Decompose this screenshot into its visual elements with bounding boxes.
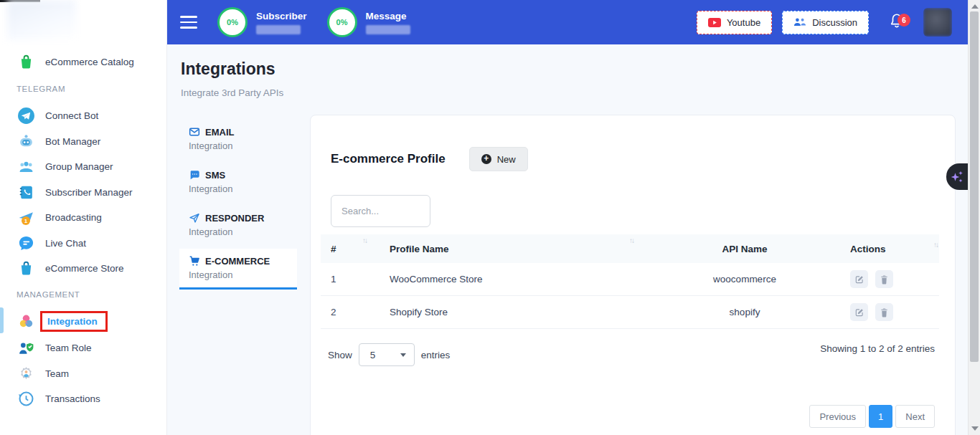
subscriber-stat-value-redacted xyxy=(256,25,301,34)
table-row: 2 Shopify Store shopify xyxy=(321,296,939,329)
discussion-button[interactable]: Discussion xyxy=(782,11,869,34)
api-name-cell: woocommerce xyxy=(713,274,776,285)
edit-button[interactable] xyxy=(850,270,868,288)
page-title: Integrations xyxy=(181,59,275,79)
tab-subtitle: Integration xyxy=(189,269,288,280)
user-avatar[interactable] xyxy=(923,8,952,37)
page-1-button[interactable]: 1 xyxy=(869,405,892,428)
tab-sms-integration[interactable]: SMS Integration xyxy=(179,163,297,201)
tab-subtitle: Integration xyxy=(189,140,288,151)
column-header-api-name[interactable]: API Name xyxy=(639,244,850,254)
tab-email-integration[interactable]: EMAIL Integration xyxy=(179,120,297,158)
message-stat-label: Message xyxy=(366,11,410,21)
tab-subtitle: Integration xyxy=(189,226,288,237)
ecommerce-cart-icon xyxy=(189,255,200,267)
sidebar-item-label: Subscriber Manager xyxy=(45,187,133,198)
previous-page-button[interactable]: Previous xyxy=(809,405,866,428)
next-page-button[interactable]: Next xyxy=(895,405,935,428)
sidebar-item-label: Integration xyxy=(47,316,98,327)
trash-icon xyxy=(880,274,889,285)
sidebar: eCommerce Catalog TELEGRAM Connect Bot B… xyxy=(0,0,167,435)
robot-icon xyxy=(17,133,35,150)
new-button-label: New xyxy=(497,154,516,165)
profiles-table: # ↑↓ Profile Name ↑↓ API Name Actions ↑↓… xyxy=(321,234,939,329)
tab-title: RESPONDER xyxy=(205,213,264,224)
tab-title: E-COMMERCE xyxy=(205,256,270,267)
tab-responder-integration[interactable]: RESPONDER Integration xyxy=(179,206,297,244)
sidebar-item-integration[interactable]: Integration xyxy=(0,309,167,333)
sidebar-item-label: eCommerce Catalog xyxy=(45,57,134,67)
store-bag-icon xyxy=(17,259,35,277)
sidebar-item-connect-bot[interactable]: Connect Bot xyxy=(0,106,167,125)
sidebar-item-group-manager[interactable]: Group Manager xyxy=(0,157,167,176)
tab-title: EMAIL xyxy=(205,127,234,138)
app-logo xyxy=(7,0,76,40)
sidebar-item-live-chat[interactable]: Live Chat xyxy=(0,234,167,253)
sidebar-section-management: MANAGEMENT xyxy=(0,290,167,299)
scroll-up-icon[interactable] xyxy=(971,4,979,9)
entries-select-value: 5 xyxy=(370,350,376,360)
sidebar-item-bot-manager[interactable]: Bot Manager xyxy=(0,132,167,151)
message-stat: 0% Message xyxy=(327,7,410,37)
column-header-num[interactable]: # ↑↓ xyxy=(321,234,372,263)
menu-toggle-icon[interactable] xyxy=(180,16,197,29)
column-header-profile-name[interactable]: Profile Name ↑↓ xyxy=(372,234,639,263)
scrollbar-thumb[interactable] xyxy=(970,11,979,362)
discussion-button-label: Discussion xyxy=(812,17,857,28)
top-header: 0% Subscriber 0% Message Youtube Discuss… xyxy=(167,0,968,44)
sidebar-item-team[interactable]: Team xyxy=(0,364,167,383)
sidebar-item-label: Transactions xyxy=(45,393,100,404)
edit-button[interactable] xyxy=(850,303,868,321)
edit-icon xyxy=(854,274,864,285)
integration-subnav: EMAIL Integration SMS Integration RESPON… xyxy=(179,120,297,294)
subscriber-stat-label: Subscriber xyxy=(256,11,307,21)
sidebar-item-transactions[interactable]: Transactions xyxy=(0,389,167,408)
entries-select[interactable]: 5 xyxy=(359,343,415,366)
telegram-icon xyxy=(17,107,35,125)
card-title: E-commerce Profile xyxy=(331,152,446,166)
sidebar-item-ecommerce-store[interactable]: eCommerce Store xyxy=(0,259,167,278)
active-indicator xyxy=(0,307,4,333)
row-number: 2 xyxy=(331,307,336,317)
sort-icon[interactable]: ↑↓ xyxy=(933,239,938,249)
sidebar-item-label: Group Manager xyxy=(45,161,113,172)
integration-icon xyxy=(17,312,35,330)
chat-icon xyxy=(17,234,35,252)
youtube-button[interactable]: Youtube xyxy=(697,11,772,34)
ai-assistant-button[interactable] xyxy=(946,163,968,190)
edit-icon xyxy=(854,307,864,317)
delete-button[interactable] xyxy=(875,303,893,321)
sidebar-item-subscriber-manager[interactable]: Subscriber Manager xyxy=(0,183,167,202)
subscriber-stat: 0% Subscriber xyxy=(217,7,307,37)
scroll-down-icon[interactable] xyxy=(971,426,979,431)
new-profile-button[interactable]: + New xyxy=(469,147,528,171)
notifications-button[interactable]: 6 xyxy=(889,12,905,32)
search-input[interactable] xyxy=(331,195,430,227)
annotation-box: Integration xyxy=(40,311,108,332)
team-role-icon xyxy=(17,339,35,357)
entries-label: entries xyxy=(421,350,451,360)
column-header-actions[interactable]: Actions ↑↓ xyxy=(850,234,939,263)
message-stat-value-redacted xyxy=(366,25,410,34)
tab-subtitle: Integration xyxy=(189,183,288,194)
sort-icon[interactable]: ↑↓ xyxy=(362,234,367,244)
show-label: Show xyxy=(328,350,352,360)
contacts-icon xyxy=(17,183,35,201)
row-number: 1 xyxy=(331,274,336,285)
table-header-row: # ↑↓ Profile Name ↑↓ API Name Actions ↑↓ xyxy=(321,234,939,263)
sidebar-item-ecommerce-catalog[interactable]: eCommerce Catalog xyxy=(0,52,167,72)
shopping-bag-icon xyxy=(17,53,35,71)
discussion-users-icon xyxy=(793,17,806,27)
sort-icon[interactable]: ↑↓ xyxy=(629,234,633,244)
window-scrollbar[interactable] xyxy=(968,0,980,435)
email-icon xyxy=(189,126,200,138)
sidebar-item-broadcasting[interactable]: 1 Broadcasting xyxy=(0,208,167,227)
tab-ecommerce-integration[interactable]: E-COMMERCE Integration xyxy=(179,249,297,290)
sidebar-item-team-role[interactable]: Team Role xyxy=(0,338,167,358)
broadcast-badge: 1 xyxy=(22,216,30,225)
profile-name-cell: Shopify Store xyxy=(390,307,448,317)
main-content: Integrations Integrate 3rd Party APIs EM… xyxy=(167,44,968,435)
delete-button[interactable] xyxy=(875,270,893,288)
table-row: 1 WooCommerce Store woocommerce xyxy=(321,263,939,296)
sidebar-item-label: Bot Manager xyxy=(45,136,100,147)
